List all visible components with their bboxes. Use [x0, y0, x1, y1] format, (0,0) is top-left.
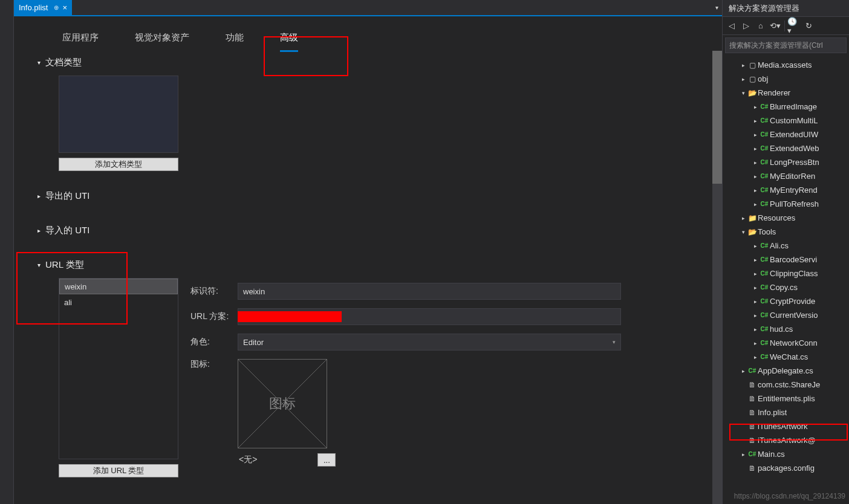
home-icon[interactable]: ⌂: [754, 19, 767, 33]
subtab-capabilities[interactable]: 功能: [207, 26, 262, 51]
section-doc-type: ▾ 文档类型 添加文档类型: [32, 53, 704, 171]
list-item-ali[interactable]: ali: [59, 294, 178, 310]
role-select[interactable]: Editor ▾: [238, 334, 621, 351]
tree-node[interactable]: ▸C#LongPressBtn: [723, 155, 849, 169]
section-header-exported-uti[interactable]: ▸ 导出的 UTI: [32, 187, 704, 205]
tree-node[interactable]: ▸C#AppDelegate.cs: [723, 364, 849, 378]
tree-node[interactable]: ▸C#Ali.cs: [723, 239, 849, 253]
icon-well[interactable]: 图标: [238, 359, 327, 448]
tree-node[interactable]: ▸C#CustomMultiL: [723, 114, 849, 128]
tree-node[interactable]: ▸C#CurrentVersio: [723, 308, 849, 322]
pin-icon[interactable]: ⊕: [54, 4, 59, 11]
tree-node-media[interactable]: ▸▢Media.xcassets: [723, 58, 849, 72]
forward-icon[interactable]: ▷: [740, 19, 753, 33]
url-types-list[interactable]: weixin ali: [59, 278, 178, 459]
add-doc-type-button[interactable]: 添加文档类型: [59, 158, 178, 171]
doc-type-image-well[interactable]: [59, 76, 178, 153]
search-input[interactable]: 搜索解决方案资源管理器(Ctrl: [725, 37, 847, 53]
tree-node[interactable]: ▸C#ExtendedWeb: [723, 141, 849, 155]
section-header-doc-type[interactable]: ▾ 文档类型: [32, 53, 704, 72]
icon-none-label: <无>: [239, 454, 257, 465]
tree-node[interactable]: ▸🗎packages.config: [723, 461, 849, 475]
refresh-icon[interactable]: ↻: [802, 19, 815, 33]
section-header-url-types[interactable]: ▾ URL 类型: [32, 256, 704, 274]
subtab-app[interactable]: 应用程序: [44, 26, 117, 51]
tree-node[interactable]: ▸C#PullToRefresh: [723, 197, 849, 211]
role-label: 角色:: [190, 337, 238, 347]
browse-button[interactable]: ...: [317, 453, 336, 467]
tab-info-plist[interactable]: Info.plist ⊕ ×: [14, 0, 72, 15]
subtab-visual-assets[interactable]: 视觉对象资产: [117, 26, 207, 51]
close-icon[interactable]: ×: [62, 3, 67, 12]
history-icon[interactable]: 🕓▾: [787, 19, 801, 33]
solution-explorer: 解决方案资源管理器 ◁ ▷ ⌂ ⟲▾ 🕓▾ ↻ 搜索解决方案资源管理器(Ctrl…: [722, 0, 849, 504]
tree-node[interactable]: ▸C#ExtendedUIW: [723, 128, 849, 141]
tree-node[interactable]: ▸C#MyEditorRen: [723, 169, 849, 183]
watermark: https://blog.csdn.net/qq_29124139: [734, 492, 845, 500]
section-title: 导入的 UTI: [45, 225, 89, 236]
left-gutter: [0, 0, 14, 504]
tree-node[interactable]: ▸🗎com.cstc.ShareJe: [723, 378, 849, 392]
section-title: 导出的 UTI: [45, 190, 89, 202]
tree-node[interactable]: ▸C#MyEntryRend: [723, 183, 849, 197]
tab-overflow-icon[interactable]: ▾: [715, 4, 718, 11]
tab-label: Info.plist: [19, 3, 48, 12]
tree-node[interactable]: ▸C#Main.cs: [723, 447, 849, 461]
chevron-down-icon: ▾: [613, 339, 616, 345]
tree-node[interactable]: ▸C#Copy.cs: [723, 280, 849, 294]
chevron-down-icon: ▾: [32, 262, 45, 268]
panel-title: 解决方案资源管理器: [723, 0, 849, 17]
tree-node-obj[interactable]: ▸▢obj: [723, 72, 849, 86]
section-exported-uti: ▸ 导出的 UTI: [32, 187, 704, 205]
tree-node[interactable]: ▸C#hud.cs: [723, 322, 849, 336]
identifier-input[interactable]: [238, 283, 621, 300]
tree-node-resources[interactable]: ▸📁Resources: [723, 211, 849, 225]
url-type-form: 标识符: URL 方案: 角色: Editor ▾: [190, 278, 704, 477]
tree-node[interactable]: ▸C#ClippingClass: [723, 267, 849, 280]
placeholder-x-icon: [238, 360, 327, 448]
section-title: URL 类型: [45, 259, 84, 271]
content-body: ▾ 文档类型 添加文档类型 ▸ 导出的 UTI ▸ 导入的 UTI: [14, 51, 722, 504]
scrollbar[interactable]: [712, 51, 722, 504]
tree-node[interactable]: ▸🗎iTunesArtwork@: [723, 433, 849, 447]
tree-node[interactable]: ▸C#BarcodeServi: [723, 253, 849, 267]
sync-icon[interactable]: ⟲▾: [769, 19, 782, 33]
chevron-right-icon: ▸: [32, 227, 45, 234]
section-header-imported-uti[interactable]: ▸ 导入的 UTI: [32, 221, 704, 240]
tree-node-info-plist[interactable]: ▸🗎Info.plist: [723, 405, 849, 419]
icon-label: 图标:: [190, 359, 238, 370]
tree-node[interactable]: ▸C#NetworkConn: [723, 336, 849, 350]
tab-bar: Info.plist ⊕ × ▾: [14, 0, 722, 15]
tree[interactable]: ▸▢Media.xcassets ▸▢obj ▾📂Renderer ▸C#Blu…: [723, 56, 849, 504]
scrollbar-thumb[interactable]: [712, 51, 722, 184]
tree-node[interactable]: ▸C#CryptProvide: [723, 294, 849, 308]
tree-node[interactable]: ▸🗎iTunesArtwork: [723, 419, 849, 433]
section-title: 文档类型: [45, 57, 82, 68]
section-url-types: ▾ URL 类型 weixin ali 添加 URL 类型 标识符:: [32, 256, 704, 477]
list-item-weixin[interactable]: weixin: [59, 279, 178, 294]
tree-node-tools[interactable]: ▾📂Tools: [723, 225, 849, 239]
search-placeholder: 搜索解决方案资源管理器(Ctrl: [729, 40, 823, 51]
scheme-label: URL 方案:: [190, 311, 238, 322]
sub-tabs: 应用程序 视觉对象资产 功能 高级: [14, 15, 722, 51]
tree-node[interactable]: ▸C#BlurredImage: [723, 100, 849, 114]
redacted-overlay: [238, 311, 342, 322]
tree-node[interactable]: ▸🗎Entitlements.plis: [723, 392, 849, 405]
url-types-layout: weixin ali 添加 URL 类型 标识符: URL 方案:: [59, 278, 704, 477]
tree-node-renderer[interactable]: ▾📂Renderer: [723, 86, 849, 100]
chevron-down-icon: ▾: [32, 59, 45, 66]
identifier-label: 标识符:: [190, 286, 238, 297]
back-icon[interactable]: ◁: [725, 19, 738, 33]
separator: [784, 21, 785, 31]
editor-area: Info.plist ⊕ × ▾ 应用程序 视觉对象资产 功能 高级 ▾ 文档类…: [14, 0, 722, 504]
add-url-type-button[interactable]: 添加 URL 类型: [59, 464, 178, 477]
subtab-advanced[interactable]: 高级: [262, 26, 316, 51]
role-value: Editor: [243, 338, 264, 347]
section-imported-uti: ▸ 导入的 UTI: [32, 221, 704, 240]
chevron-right-icon: ▸: [32, 193, 45, 199]
tree-node[interactable]: ▸C#WeChat.cs: [723, 350, 849, 364]
panel-toolbar: ◁ ▷ ⌂ ⟲▾ 🕓▾ ↻: [723, 17, 849, 35]
